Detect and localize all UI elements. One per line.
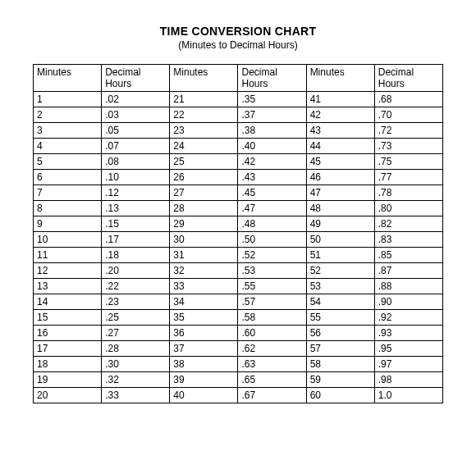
table-cell: .02 <box>102 92 170 107</box>
table-body: 1.0221.3541.682.0322.3742.703.0523.3843.… <box>34 92 443 403</box>
table-cell: 44 <box>306 139 374 154</box>
table-row: 17.2837.6257.95 <box>34 341 443 357</box>
table-cell: .53 <box>238 263 306 279</box>
col-header: Decimal Hours <box>238 65 306 92</box>
table-cell: .12 <box>102 185 170 201</box>
table-cell: .05 <box>102 123 170 139</box>
table-cell: 10 <box>34 232 102 248</box>
table-cell: .97 <box>374 357 442 372</box>
table-cell: .93 <box>374 326 442 341</box>
table-cell: 4 <box>34 139 102 154</box>
table-row: 14.2334.5754.90 <box>34 294 443 310</box>
table-row: 16.2736.6056.93 <box>34 326 443 341</box>
table-cell: .70 <box>374 107 442 123</box>
table-cell: 32 <box>170 263 238 279</box>
col-header: Minutes <box>170 65 238 92</box>
table-row: 13.2233.5553.88 <box>34 279 443 294</box>
table-cell: .22 <box>102 279 170 294</box>
table-cell: .63 <box>238 357 306 372</box>
table-cell: 1 <box>34 92 102 107</box>
table-cell: 37 <box>170 341 238 357</box>
table-row: 10.1730.5050.83 <box>34 232 443 248</box>
table-cell: .65 <box>238 372 306 388</box>
table-cell: 45 <box>306 154 374 170</box>
table-cell: 3 <box>34 123 102 139</box>
title-block: TIME CONVERSION CHART (Minutes to Decima… <box>33 25 443 51</box>
col-header: Decimal Hours <box>374 65 442 92</box>
table-cell: .25 <box>102 310 170 326</box>
table-row: 11.1831.5251.85 <box>34 248 443 263</box>
table-cell: .43 <box>238 170 306 185</box>
table-cell: 24 <box>170 139 238 154</box>
page-title: TIME CONVERSION CHART <box>33 25 443 38</box>
table-cell: .50 <box>238 232 306 248</box>
conversion-table: Minutes Decimal Hours Minutes Decimal Ho… <box>33 64 443 403</box>
table-cell: 7 <box>34 185 102 201</box>
table-cell: 43 <box>306 123 374 139</box>
table-cell: .28 <box>102 341 170 357</box>
table-cell: .32 <box>102 372 170 388</box>
table-cell: .67 <box>238 388 306 403</box>
table-cell: 29 <box>170 216 238 232</box>
table-cell: .83 <box>374 232 442 248</box>
table-row: 3.0523.3843.72 <box>34 123 443 139</box>
table-row: 12.2032.5352.87 <box>34 263 443 279</box>
table-cell: .15 <box>102 216 170 232</box>
table-cell: .87 <box>374 263 442 279</box>
table-cell: .10 <box>102 170 170 185</box>
table-cell: .58 <box>238 310 306 326</box>
table-cell: 53 <box>306 279 374 294</box>
table-cell: 38 <box>170 357 238 372</box>
table-row: 19.3239.6559.98 <box>34 372 443 388</box>
table-cell: 17 <box>34 341 102 357</box>
table-cell: 1.0 <box>374 388 442 403</box>
table-cell: 55 <box>306 310 374 326</box>
table-cell: 21 <box>170 92 238 107</box>
table-cell: 14 <box>34 294 102 310</box>
table-cell: 47 <box>306 185 374 201</box>
table-cell: .72 <box>374 123 442 139</box>
table-cell: .18 <box>102 248 170 263</box>
table-cell: .68 <box>374 92 442 107</box>
table-cell: 25 <box>170 154 238 170</box>
table-cell: 50 <box>306 232 374 248</box>
table-cell: .60 <box>238 326 306 341</box>
table-cell: .42 <box>238 154 306 170</box>
table-cell: .88 <box>374 279 442 294</box>
table-cell: .38 <box>238 123 306 139</box>
table-cell: .52 <box>238 248 306 263</box>
table-cell: .40 <box>238 139 306 154</box>
col-header: Decimal Hours <box>102 65 170 92</box>
table-cell: 28 <box>170 201 238 216</box>
table-cell: .27 <box>102 326 170 341</box>
table-cell: 9 <box>34 216 102 232</box>
table-cell: 35 <box>170 310 238 326</box>
table-cell: .30 <box>102 357 170 372</box>
table-cell: 6 <box>34 170 102 185</box>
col-header: Minutes <box>306 65 374 92</box>
table-cell: .62 <box>238 341 306 357</box>
table-cell: 40 <box>170 388 238 403</box>
table-cell: 22 <box>170 107 238 123</box>
table-cell: .57 <box>238 294 306 310</box>
table-cell: .35 <box>238 92 306 107</box>
table-cell: .17 <box>102 232 170 248</box>
table-cell: .07 <box>102 139 170 154</box>
table-row: 15.2535.5855.92 <box>34 310 443 326</box>
table-cell: 39 <box>170 372 238 388</box>
table-cell: 41 <box>306 92 374 107</box>
table-cell: 59 <box>306 372 374 388</box>
table-cell: .47 <box>238 201 306 216</box>
table-cell: .98 <box>374 372 442 388</box>
table-cell: 34 <box>170 294 238 310</box>
table-cell: .03 <box>102 107 170 123</box>
table-cell: .55 <box>238 279 306 294</box>
table-cell: .80 <box>374 201 442 216</box>
table-cell: 26 <box>170 170 238 185</box>
table-cell: .13 <box>102 201 170 216</box>
table-cell: 49 <box>306 216 374 232</box>
table-row: 18.3038.6358.97 <box>34 357 443 372</box>
table-cell: 48 <box>306 201 374 216</box>
table-cell: 58 <box>306 357 374 372</box>
table-cell: .78 <box>374 185 442 201</box>
